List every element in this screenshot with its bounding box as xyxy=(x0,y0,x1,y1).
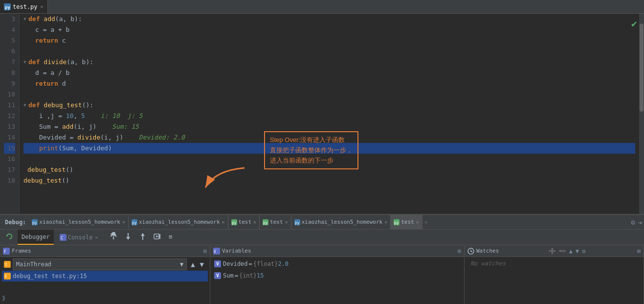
session-close-5[interactable]: ✕ xyxy=(384,219,387,225)
tab-close-button[interactable]: ✕ xyxy=(41,4,44,9)
step-into-button[interactable] xyxy=(122,231,134,243)
debug-session-5[interactable]: py xiaozhai_lesson5_homework ✕ xyxy=(291,215,391,229)
debug-split-icon[interactable]: ⇥ xyxy=(638,218,642,226)
check-icon: ✔ xyxy=(631,18,637,29)
session-icon-2: py xyxy=(132,219,137,225)
variable-row-sum[interactable]: V Sum = {int} 15 xyxy=(212,270,462,281)
watches-header-icon xyxy=(467,248,474,255)
tooltip-line3: 进入当前函数的下一步 xyxy=(270,157,333,164)
variables-pin-icon[interactable]: ⊞ xyxy=(458,248,461,255)
code-editor: 3 4 5 6 7 8 9 10 11 12 13 14 15 16 17 18… xyxy=(0,14,644,214)
var-value-devided: 2.0 xyxy=(278,260,289,267)
frames-list-item[interactable]: F debug_test test.py:15 xyxy=(2,271,208,281)
expand-frames-button[interactable]: ⟫ xyxy=(2,295,5,302)
session-close-4[interactable]: ✕ xyxy=(285,219,288,225)
watches-header: Watches ➕ ➖ ▲ ▼ ⚙ ⊞ xyxy=(465,245,644,257)
frame-up-button[interactable]: ▲ xyxy=(189,260,197,269)
run-to-cursor-button[interactable] xyxy=(151,231,164,243)
step-over-arrow xyxy=(196,165,259,195)
debugger-tab[interactable]: Debugger xyxy=(18,230,54,245)
move-watch-down-button[interactable]: ▼ xyxy=(575,247,580,255)
var-type-sum: {int} xyxy=(239,272,257,279)
frames-header: F Frames ⊞ xyxy=(0,245,210,257)
frame-item-label: debug_test test.py:15 xyxy=(13,273,87,280)
rerun-icon xyxy=(5,232,14,241)
svg-marker-21 xyxy=(126,237,130,240)
code-line-5: return c xyxy=(23,35,635,46)
session-label-6: test xyxy=(401,219,414,225)
session-close-2[interactable]: ✕ xyxy=(222,219,225,225)
svg-text:py: py xyxy=(5,5,10,10)
debug-content: F Frames ⊞ T MainThread ▼ ▲ xyxy=(0,245,644,304)
step-out-icon xyxy=(138,232,147,241)
session-label-4: test xyxy=(270,219,283,225)
var-icon-sum: V xyxy=(214,272,221,279)
add-watch-button[interactable]: ➕ xyxy=(548,247,557,255)
watches-body: No watches xyxy=(465,257,644,304)
var-name-devided: Devided xyxy=(223,260,248,267)
svg-text:C: C xyxy=(61,235,63,240)
remove-watch-button[interactable]: ➖ xyxy=(558,247,567,255)
scrollbar-thumb xyxy=(640,23,644,112)
console-tab[interactable]: C Console → xyxy=(56,230,102,245)
frames-section: F Frames ⊞ T MainThread ▼ ▲ xyxy=(0,245,210,304)
debug-session-4[interactable]: py test ✕ xyxy=(260,215,291,229)
thread-dropdown[interactable]: MainThread ▼ xyxy=(13,258,187,270)
variables-header-label: Variables xyxy=(222,248,251,254)
svg-text:py: py xyxy=(295,221,300,225)
step-out-button[interactable] xyxy=(136,231,149,243)
fold-arrow[interactable]: ▼ xyxy=(23,14,26,24)
tab-bar: py test.py ✕ xyxy=(0,0,644,14)
rerun-button[interactable] xyxy=(3,231,16,243)
debugger-tab-label: Debugger xyxy=(22,234,50,240)
svg-text:py: py xyxy=(132,221,137,225)
debug-panel: Debug: py xiaozhai_lesson5_homework ✕ py… xyxy=(0,214,644,304)
code-line-12: i ,j = 10, 5 i: 10 j: 5 xyxy=(23,111,635,121)
session-close-1[interactable]: ✕ xyxy=(122,219,125,225)
tab-test-py[interactable]: py test.py ✕ xyxy=(0,0,48,13)
step-controls: ≡ xyxy=(107,231,178,243)
svg-text:py: py xyxy=(32,221,37,225)
debug-session-1[interactable]: py xiaozhai_lesson5_homework ✕ xyxy=(29,215,129,229)
session-label-5: xiaozhai_lesson5_homework xyxy=(302,219,383,225)
session-close-3[interactable]: ✕ xyxy=(253,219,256,225)
frames-thread-row: T MainThread ▼ ▲ ▼ xyxy=(2,258,208,271)
sessions-overflow[interactable]: ‹ xyxy=(424,219,428,226)
var-name-sum: Sum xyxy=(223,272,234,279)
watches-settings-button[interactable]: ⚙ xyxy=(581,247,586,255)
session-close-6[interactable]: ✕ xyxy=(416,219,419,225)
session-icon-3: py xyxy=(231,219,237,225)
code-line-3: ▼ def add(a, b): xyxy=(23,14,635,24)
tooltip-line1: Step Over:没有进入子函数 xyxy=(270,136,345,143)
session-icon-1: py xyxy=(32,219,38,225)
session-icon-5: py xyxy=(294,219,300,225)
fold-arrow-7[interactable]: ▼ xyxy=(23,57,26,68)
debug-session-2[interactable]: py xiaozhai_lesson5_homework ✕ xyxy=(129,215,228,229)
debug-settings-icon[interactable]: ⚙ xyxy=(631,218,635,226)
python-file-icon: py xyxy=(4,3,11,10)
code-line-8: d = a / b xyxy=(23,68,635,78)
code-line-18: debug_test() xyxy=(23,175,635,186)
watches-pin-icon[interactable]: ⊞ xyxy=(637,248,641,255)
step-over-tooltip: Step Over:没有进入子函数 直接把子函数整体作为一步， 进入当前函数的下… xyxy=(264,131,358,169)
frame-down-button[interactable]: ▼ xyxy=(198,260,206,269)
debug-session-6[interactable]: py test ✕ xyxy=(391,215,422,229)
dropdown-arrow: ▼ xyxy=(180,261,183,268)
fold-arrow-11[interactable]: ▼ xyxy=(23,100,26,111)
svg-text:py: py xyxy=(232,221,237,225)
evaluate-button[interactable]: ≡ xyxy=(166,231,178,243)
debug-label: Debug: xyxy=(2,219,29,226)
svg-marker-26 xyxy=(156,235,159,237)
scrollbar[interactable] xyxy=(639,14,644,214)
variables-header: V Variables ⊞ xyxy=(210,245,464,257)
editor-area: 3 4 5 6 7 8 9 10 11 12 13 14 15 16 17 18… xyxy=(0,14,644,214)
svg-text:F: F xyxy=(5,275,7,279)
session-label-3: test xyxy=(239,219,252,225)
svg-text:py: py xyxy=(263,221,268,225)
variable-row-devided[interactable]: V Devided = {float} 2.0 xyxy=(212,258,462,270)
step-over-button[interactable] xyxy=(107,231,120,243)
frames-pin-icon[interactable]: ⊞ xyxy=(203,248,207,255)
code-line-10 xyxy=(23,89,635,100)
debug-session-3[interactable]: py test ✕ xyxy=(228,215,260,229)
move-watch-up-button[interactable]: ▲ xyxy=(568,247,574,255)
